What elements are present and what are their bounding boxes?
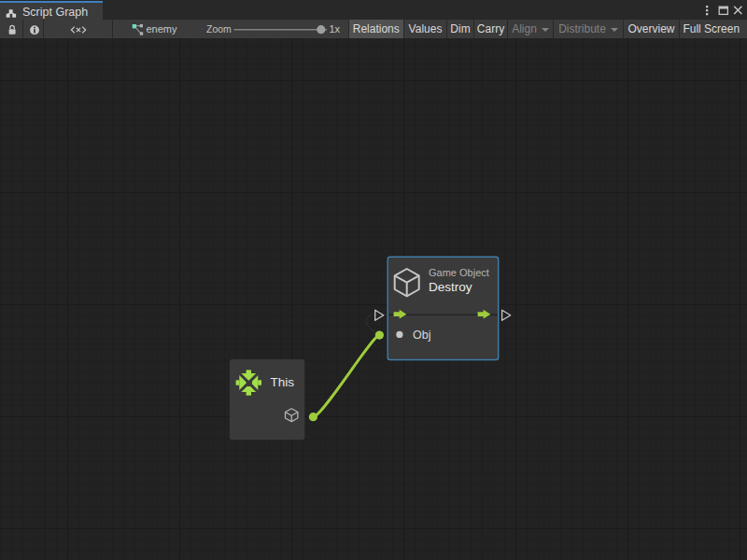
svg-text:Game Object: Game Object (429, 267, 489, 278)
svg-text:This: This (271, 375, 295, 389)
svg-text:Destroy: Destroy (429, 280, 472, 294)
svg-text:Obj: Obj (413, 329, 430, 342)
